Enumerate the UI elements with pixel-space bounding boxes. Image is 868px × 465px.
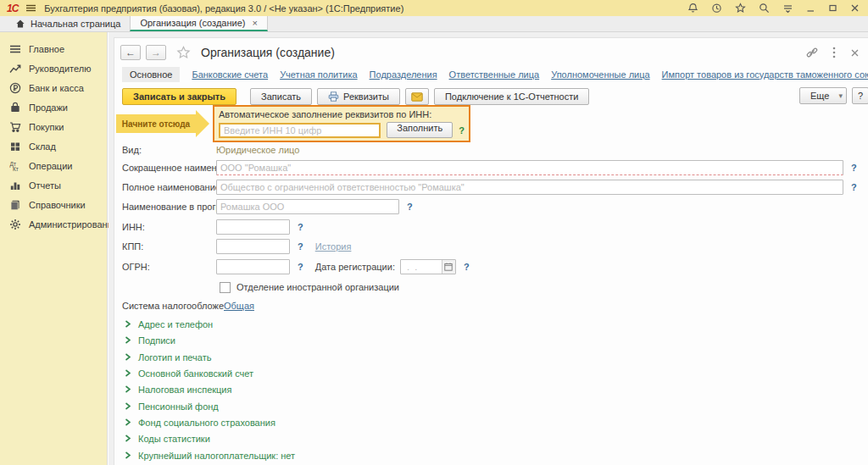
help-button[interactable]: ?: [852, 87, 868, 104]
tax-system-link[interactable]: Общая: [224, 301, 254, 311]
minimize-icon[interactable]: [806, 3, 815, 13]
more-label: Еще: [810, 91, 829, 101]
section-social-insurance-fund[interactable]: Фонд социального страхования: [125, 414, 275, 430]
tab-organization-create[interactable]: Организация (создание) ×: [130, 16, 267, 31]
titlebar: 1С Бухгалтерия предприятия (базовая), ре…: [0, 0, 868, 16]
section-tax-inspection[interactable]: Налоговая инспекция: [125, 381, 231, 397]
sidebar-item-prodazhi[interactable]: Продажи: [0, 97, 107, 117]
foreign-org-checkbox[interactable]: [220, 282, 231, 293]
favorites-icon[interactable]: [735, 3, 746, 14]
tab-uchetnaya-politika[interactable]: Учетная политика: [280, 69, 357, 80]
chevron-right-icon: [125, 369, 131, 377]
tab-bankovskie-scheta[interactable]: Банковские счета: [192, 69, 268, 80]
kind-value[interactable]: Юридическое лицо: [216, 145, 299, 155]
section-label: Крупнейший налогоплательщик: нет: [138, 451, 295, 461]
chevron-right-icon: [125, 451, 131, 459]
notifications-icon[interactable]: [687, 3, 698, 14]
ogrn-help-icon[interactable]: ?: [298, 262, 303, 272]
section-pension-fund[interactable]: Пенсионный фонд: [125, 398, 219, 414]
inn-help-icon[interactable]: ?: [459, 125, 465, 136]
sidebar-item-label: Главное: [29, 44, 64, 54]
get-link-icon[interactable]: [806, 47, 818, 58]
maximize-icon[interactable]: [828, 3, 837, 13]
tab-otvetstvennye-lica[interactable]: Ответственные лица: [449, 69, 540, 80]
kpp-input[interactable]: [216, 239, 290, 254]
kebab-menu-icon[interactable]: [832, 47, 836, 58]
tab-close-icon[interactable]: ×: [252, 18, 257, 28]
sidebar-item-otchety[interactable]: Отчеты: [0, 175, 107, 195]
tab-upolnomochennye-lica[interactable]: Уполномоченные лица: [551, 69, 649, 80]
section-statistics-codes[interactable]: Коды статистики: [125, 430, 210, 446]
full-name-input[interactable]: [216, 180, 843, 195]
forward-button[interactable]: →: [146, 45, 166, 60]
ogrn-input[interactable]: [216, 259, 290, 274]
tab-import-tovarov[interactable]: Импорт товаров из государств таможенного…: [662, 69, 868, 80]
form-header: ← → Организация (создание): [120, 42, 860, 63]
sidebar-item-sklad[interactable]: Склад: [0, 136, 107, 156]
section-label: Логотип и печать: [138, 352, 211, 363]
connect-1c-reporting-button[interactable]: Подключение к 1С-Отчетности: [434, 88, 589, 105]
form-panel: ← → Организация (создание) Основное: [114, 37, 868, 465]
short-name-help-icon[interactable]: ?: [851, 163, 857, 173]
more-button[interactable]: Еще▾: [799, 87, 847, 104]
kpp-help-icon[interactable]: ?: [298, 241, 303, 252]
grid-icon: [9, 141, 21, 152]
close-form-icon[interactable]: [850, 48, 860, 58]
inn-input[interactable]: [216, 219, 290, 235]
program-name-input[interactable]: [216, 199, 399, 214]
sidebar-item-operacii[interactable]: ДтКт Операции: [0, 156, 107, 175]
email-button[interactable]: [405, 88, 429, 105]
search-icon[interactable]: [759, 3, 770, 14]
fill-button[interactable]: Заполнить: [387, 122, 453, 138]
section-largest-taxpayer[interactable]: Крупнейший налогоплательщик: нет: [125, 447, 295, 463]
section-logo-stamp[interactable]: Логотип и печать: [125, 349, 211, 365]
chevron-right-icon: [125, 435, 131, 442]
tab-osnovnoe[interactable]: Основное: [122, 67, 180, 82]
dtkt-icon: ДтКт: [9, 160, 21, 172]
favorite-star-icon[interactable]: [176, 46, 191, 59]
section-label: Основной банковский счет: [138, 368, 253, 379]
save-button[interactable]: Записать: [250, 88, 312, 105]
tab-home[interactable]: Начальная страница: [6, 16, 130, 31]
sidebar-item-bank-i-kassa[interactable]: Банк и касса: [0, 78, 107, 97]
calendar-icon[interactable]: [442, 260, 455, 274]
sidebar-item-glavnoe[interactable]: Главное: [0, 39, 107, 58]
inn-help-icon[interactable]: ?: [298, 222, 303, 232]
tab-podrazdeleniya[interactable]: Подразделения: [370, 69, 437, 80]
inn-row: ИНН: ?: [122, 219, 860, 235]
sidebar-item-administrirovanie[interactable]: Администрирование: [0, 214, 107, 234]
save-and-close-button[interactable]: Записать и закрыть: [122, 88, 236, 105]
requisites-button[interactable]: Реквизиты: [317, 88, 400, 105]
section-address-phone[interactable]: Адрес и телефон: [125, 316, 213, 332]
kind-row: Вид: Юридическое лицо: [122, 141, 860, 158]
sidebar-item-label: Склад: [29, 141, 56, 152]
inn-autofill-input[interactable]: [219, 123, 381, 138]
section-label: Налоговая инспекция: [138, 385, 231, 395]
main-menu-icon[interactable]: [25, 3, 36, 14]
section-label: Адрес и телефон: [138, 319, 213, 329]
short-name-input[interactable]: [216, 160, 843, 175]
sidebar-item-rukovoditelyu[interactable]: Руководителю: [0, 58, 107, 78]
main-area: ← → Организация (создание) Основное: [108, 32, 868, 465]
chevron-down-icon: ▾: [838, 91, 843, 100]
section-signatures[interactable]: Подписи: [125, 332, 175, 348]
history-link[interactable]: История: [315, 241, 352, 252]
back-button[interactable]: ←: [120, 45, 141, 60]
section-main-bank-account[interactable]: Основной банковский счет: [125, 365, 253, 381]
history-icon[interactable]: [711, 3, 722, 14]
service-menu-icon[interactable]: [782, 3, 793, 14]
close-window-icon[interactable]: [850, 3, 860, 13]
full-name-help-icon[interactable]: ?: [851, 182, 857, 192]
form-title: Организация (создание): [201, 46, 335, 59]
chevron-right-icon: [125, 385, 131, 393]
sidebar-item-label: Справочники: [29, 200, 86, 210]
reg-date-label: Дата регистрации:: [315, 262, 395, 272]
sidebar-item-label: Покупки: [29, 122, 64, 132]
sidebar-item-pokupki[interactable]: Покупки: [0, 117, 107, 136]
sidebar-item-label: Руководителю: [29, 64, 91, 74]
program-name-help-icon[interactable]: ?: [407, 202, 413, 212]
kpp-row: КПП: ? История: [122, 238, 860, 255]
reg-date-help-icon[interactable]: ?: [464, 262, 470, 272]
sidebar-item-spravochniki[interactable]: Справочники: [0, 195, 107, 214]
window-tab-bar: Начальная страница Организация (создание…: [0, 16, 868, 32]
